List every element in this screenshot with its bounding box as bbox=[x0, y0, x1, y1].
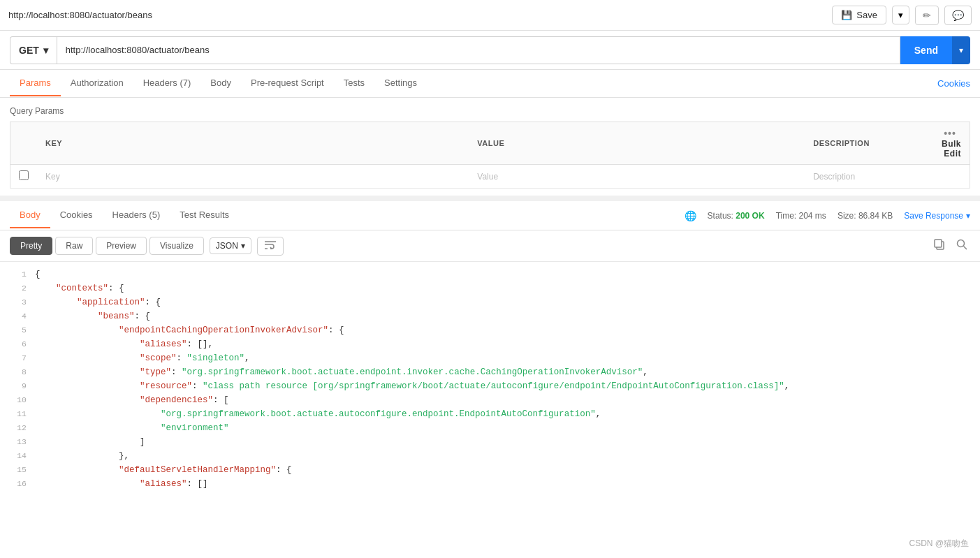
col-header-description: DESCRIPTION bbox=[805, 122, 914, 165]
search-icon bbox=[956, 239, 967, 250]
query-params-label: Query Params bbox=[10, 106, 970, 116]
response-meta: 🌐 Status: 200 OK Time: 204 ms Size: 86.8… bbox=[685, 210, 970, 221]
col-header-value: VALUE bbox=[469, 122, 805, 165]
code-line-3: 3 "application": { bbox=[10, 295, 970, 309]
code-line-6: 6 "aliases": [], bbox=[10, 337, 970, 351]
request-bar: GET ▾ Send ▾ bbox=[0, 31, 980, 70]
section-divider bbox=[0, 196, 980, 201]
send-label: Send bbox=[914, 45, 938, 56]
save-icon: 💾 bbox=[841, 10, 852, 20]
save-label: Save bbox=[856, 10, 877, 20]
fmt-tab-preview[interactable]: Preview bbox=[96, 237, 147, 255]
search-button[interactable] bbox=[953, 236, 970, 256]
code-line-10: 10 "dependencies": [ bbox=[10, 393, 970, 407]
size-value: 86.84 KB bbox=[858, 211, 893, 221]
save-response-arrow: ▾ bbox=[966, 211, 970, 221]
row-value-cell[interactable]: Value bbox=[469, 165, 805, 189]
code-line-12: 12 "environment" bbox=[10, 421, 970, 435]
format-type-select[interactable]: JSON ▾ bbox=[210, 237, 251, 254]
fmt-tab-visualize[interactable]: Visualize bbox=[149, 237, 204, 255]
row-checkbox-cell bbox=[10, 165, 38, 189]
row-checkbox[interactable] bbox=[19, 170, 29, 180]
copy-icon bbox=[934, 239, 945, 250]
tab-settings[interactable]: Settings bbox=[374, 71, 427, 96]
cookies-link[interactable]: Cookies bbox=[937, 71, 970, 96]
title-actions: 💾 Save ▾ ✏ 💬 bbox=[832, 6, 972, 25]
method-select[interactable]: GET ▾ bbox=[10, 36, 57, 64]
query-params-section: Query Params KEY VALUE DESCRIPTION ••• B… bbox=[0, 98, 980, 189]
format-type-label: JSON bbox=[216, 241, 238, 251]
code-line-11: 11 "org.springframework.boot.actuate.aut… bbox=[10, 407, 970, 421]
title-url: http://localhost:8080/actuator/beans bbox=[8, 10, 152, 20]
format-right bbox=[931, 236, 970, 256]
save-response-label: Save Response bbox=[904, 211, 963, 221]
fmt-tab-pretty[interactable]: Pretty bbox=[10, 237, 52, 255]
row-key-placeholder: Key bbox=[45, 172, 60, 182]
copy-button[interactable] bbox=[931, 236, 948, 256]
row-desc-placeholder: Description bbox=[813, 172, 855, 182]
tab-body[interactable]: Body bbox=[200, 71, 241, 96]
code-line-8: 8 "type": "org.springframework.boot.actu… bbox=[10, 365, 970, 379]
response-tab-headers[interactable]: Headers (5) bbox=[103, 203, 170, 228]
fmt-tab-raw[interactable]: Raw bbox=[55, 237, 93, 255]
code-line-16: 16 "aliases": [] bbox=[10, 477, 970, 491]
wrap-icon bbox=[265, 241, 276, 249]
params-table: KEY VALUE DESCRIPTION ••• Bulk Edit Key … bbox=[10, 122, 970, 189]
row-desc-cell[interactable]: Description bbox=[805, 165, 914, 189]
comment-button[interactable]: 💬 bbox=[944, 6, 972, 25]
svg-rect-1 bbox=[935, 240, 942, 247]
tabs-row: Params Authorization Headers (7) Body Pr… bbox=[0, 70, 980, 98]
code-line-4: 4 "beans": { bbox=[10, 309, 970, 323]
bulk-edit-button[interactable]: Bulk Edit bbox=[942, 139, 961, 159]
row-actions-cell bbox=[914, 165, 970, 189]
save-button[interactable]: 💾 Save bbox=[832, 6, 886, 24]
response-tab-cookies[interactable]: Cookies bbox=[50, 203, 103, 228]
response-section: Body Cookies Headers (5) Test Results 🌐 … bbox=[0, 201, 980, 558]
code-line-5: 5 "endpointCachingOperationInvokerAdviso… bbox=[10, 323, 970, 337]
col-header-key: KEY bbox=[37, 122, 469, 165]
status-label: Status: 200 OK bbox=[708, 211, 765, 221]
title-bar: http://localhost:8080/actuator/beans 💾 S… bbox=[0, 0, 980, 31]
code-view: 1 { 2 "contexts": { 3 "application": { 4… bbox=[0, 262, 980, 497]
row-key-cell[interactable]: Key bbox=[37, 165, 469, 189]
code-line-9: 9 "resource": "class path resource [org/… bbox=[10, 379, 970, 393]
code-line-2: 2 "contexts": { bbox=[10, 281, 970, 295]
send-button[interactable]: Send bbox=[900, 36, 952, 64]
wrap-button[interactable] bbox=[257, 237, 284, 256]
globe-icon: 🌐 bbox=[685, 210, 696, 221]
url-input[interactable] bbox=[57, 36, 900, 64]
response-tabs-row: Body Cookies Headers (5) Test Results 🌐 … bbox=[0, 201, 980, 230]
size-label: Size: 86.84 KB bbox=[838, 211, 893, 221]
code-line-15: 15 "defaultServletHandlerMapping": { bbox=[10, 463, 970, 477]
send-dropdown-button[interactable]: ▾ bbox=[952, 36, 970, 64]
method-label: GET bbox=[19, 45, 39, 56]
tab-tests[interactable]: Tests bbox=[334, 71, 374, 96]
response-tabs-left: Body Cookies Headers (5) Test Results bbox=[10, 203, 239, 228]
tab-authorization[interactable]: Authorization bbox=[61, 71, 133, 96]
col-header-actions: ••• Bulk Edit bbox=[914, 122, 970, 165]
svg-line-3 bbox=[964, 247, 967, 250]
format-type-arrow: ▾ bbox=[241, 241, 245, 251]
time-value: 204 ms bbox=[799, 211, 826, 221]
tab-pre-request[interactable]: Pre-request Script bbox=[241, 71, 334, 96]
status-ok: 200 OK bbox=[736, 211, 764, 221]
app-container: http://localhost:8080/actuator/beans 💾 S… bbox=[0, 0, 980, 558]
watermark: CSDN @猫吻鱼 bbox=[909, 538, 969, 550]
svg-point-2 bbox=[958, 240, 965, 247]
response-tab-test-results[interactable]: Test Results bbox=[170, 203, 239, 228]
tab-params[interactable]: Params bbox=[10, 71, 61, 96]
method-arrow: ▾ bbox=[43, 45, 48, 56]
code-line-1: 1 { bbox=[10, 267, 970, 281]
save-dropdown-button[interactable]: ▾ bbox=[892, 6, 909, 24]
tab-headers[interactable]: Headers (7) bbox=[133, 71, 201, 96]
row-value-placeholder: Value bbox=[477, 172, 498, 182]
format-tabs: Pretty Raw Preview Visualize bbox=[10, 237, 204, 255]
code-line-14: 14 }, bbox=[10, 449, 970, 463]
format-left: Pretty Raw Preview Visualize JSON ▾ bbox=[10, 237, 284, 256]
more-icon[interactable]: ••• bbox=[944, 128, 956, 139]
col-header-checkbox bbox=[10, 122, 38, 165]
time-label: Time: 204 ms bbox=[776, 211, 826, 221]
response-tab-body[interactable]: Body bbox=[10, 203, 50, 228]
save-response-button[interactable]: Save Response ▾ bbox=[904, 211, 970, 221]
edit-button[interactable]: ✏ bbox=[915, 6, 939, 25]
